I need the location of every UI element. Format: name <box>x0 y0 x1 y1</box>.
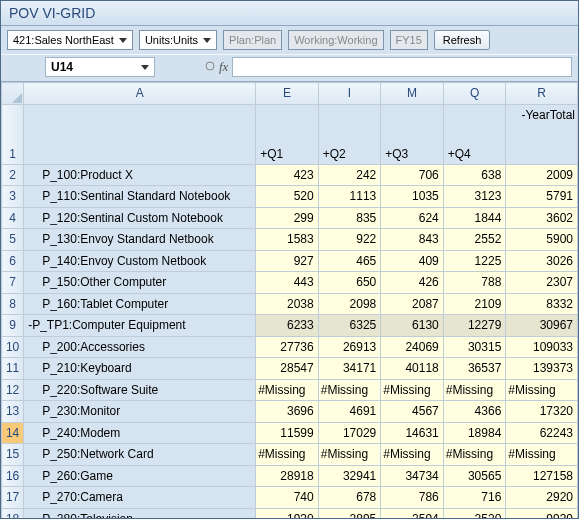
row-header[interactable]: 18 <box>2 508 24 519</box>
data-cell[interactable]: #Missing <box>443 444 506 466</box>
data-cell[interactable]: 11599 <box>256 422 319 444</box>
data-cell[interactable]: 62243 <box>506 422 578 444</box>
row-header[interactable]: 2 <box>2 164 24 186</box>
data-cell[interactable]: 5791 <box>506 186 578 208</box>
row-label-cell[interactable]: P_130:Envoy Standard Netbook <box>24 229 256 251</box>
data-cell[interactable]: 12279 <box>443 315 506 337</box>
row-label-cell[interactable]: P_100:Product X <box>24 164 256 186</box>
row-header[interactable]: 17 <box>2 487 24 509</box>
data-cell[interactable]: 3026 <box>506 250 578 272</box>
data-cell[interactable]: 740 <box>256 487 319 509</box>
data-cell[interactable]: 28547 <box>256 358 319 380</box>
data-cell[interactable]: 17029 <box>318 422 381 444</box>
row-label-cell[interactable]: -P_TP1:Computer Equipment <box>24 315 256 337</box>
expand-icon[interactable] <box>205 60 215 74</box>
data-cell[interactable]: 18984 <box>443 422 506 444</box>
data-cell[interactable]: 3123 <box>443 186 506 208</box>
data-cell[interactable]: #Missing <box>506 379 578 401</box>
col-header-q[interactable]: Q <box>443 83 506 105</box>
data-cell[interactable]: 465 <box>318 250 381 272</box>
row-header[interactable]: 14 <box>2 422 24 444</box>
data-cell[interactable]: #Missing <box>256 379 319 401</box>
data-cell[interactable]: 40118 <box>381 358 444 380</box>
data-cell[interactable]: 5900 <box>506 229 578 251</box>
data-cell[interactable]: 922 <box>318 229 381 251</box>
data-cell[interactable]: 2009 <box>506 164 578 186</box>
data-cell[interactable]: 6233 <box>256 315 319 337</box>
data-cell[interactable]: 14631 <box>381 422 444 444</box>
row-header[interactable]: 16 <box>2 465 24 487</box>
data-cell[interactable]: 17320 <box>506 401 578 423</box>
data-cell[interactable]: 624 <box>381 207 444 229</box>
data-cell[interactable]: 8332 <box>506 293 578 315</box>
col-header-m[interactable]: M <box>381 83 444 105</box>
data-cell[interactable]: 678 <box>318 487 381 509</box>
data-cell[interactable]: 26913 <box>318 336 381 358</box>
data-cell[interactable]: 1930 <box>256 508 319 519</box>
data-cell[interactable]: #Missing <box>381 444 444 466</box>
data-cell[interactable]: 30565 <box>443 465 506 487</box>
row-header[interactable]: 8 <box>2 293 24 315</box>
data-cell[interactable]: 30315 <box>443 336 506 358</box>
data-cell[interactable]: 1583 <box>256 229 319 251</box>
data-cell[interactable]: 426 <box>381 272 444 294</box>
data-cell[interactable]: 788 <box>443 272 506 294</box>
data-cell[interactable]: 9939 <box>506 508 578 519</box>
data-cell[interactable]: #Missing <box>443 379 506 401</box>
cell[interactable]: +Q1 <box>256 104 319 164</box>
data-cell[interactable]: 36537 <box>443 358 506 380</box>
row-label-cell[interactable]: P_230:Monitor <box>24 401 256 423</box>
pov-dim2-dropdown[interactable]: Units:Units <box>139 30 217 50</box>
row-label-cell[interactable]: P_160:Tablet Computer <box>24 293 256 315</box>
data-cell[interactable]: 2109 <box>443 293 506 315</box>
data-cell[interactable]: 1035 <box>381 186 444 208</box>
data-cell[interactable]: 2098 <box>318 293 381 315</box>
data-cell[interactable]: 3696 <box>256 401 319 423</box>
data-cell[interactable]: 2920 <box>506 487 578 509</box>
row-header[interactable]: 1 <box>2 104 24 164</box>
row-label-cell[interactable]: P_220:Software Suite <box>24 379 256 401</box>
data-cell[interactable]: #Missing <box>381 379 444 401</box>
data-cell[interactable]: 520 <box>256 186 319 208</box>
data-cell[interactable]: 1844 <box>443 207 506 229</box>
data-cell[interactable]: 835 <box>318 207 381 229</box>
row-header[interactable]: 11 <box>2 358 24 380</box>
cell[interactable] <box>24 104 256 164</box>
data-cell[interactable]: 6325 <box>318 315 381 337</box>
data-cell[interactable]: 27736 <box>256 336 319 358</box>
data-cell[interactable]: 2594 <box>381 508 444 519</box>
data-cell[interactable]: 409 <box>381 250 444 272</box>
data-cell[interactable]: 927 <box>256 250 319 272</box>
data-cell[interactable]: 34734 <box>381 465 444 487</box>
data-cell[interactable]: 28918 <box>256 465 319 487</box>
data-cell[interactable]: 24069 <box>381 336 444 358</box>
row-header[interactable]: 3 <box>2 186 24 208</box>
data-cell[interactable]: 1113 <box>318 186 381 208</box>
data-cell[interactable]: #Missing <box>318 379 381 401</box>
data-cell[interactable]: 6130 <box>381 315 444 337</box>
row-label-cell[interactable]: P_110:Sentinal Standard Notebook <box>24 186 256 208</box>
row-header[interactable]: 15 <box>2 444 24 466</box>
data-cell[interactable]: 423 <box>256 164 319 186</box>
data-cell[interactable]: 242 <box>318 164 381 186</box>
data-cell[interactable]: 34171 <box>318 358 381 380</box>
cell[interactable]: +Q3 <box>381 104 444 164</box>
row-label-cell[interactable]: P_200:Accessories <box>24 336 256 358</box>
data-cell[interactable]: 650 <box>318 272 381 294</box>
row-label-cell[interactable]: P_150:Other Computer <box>24 272 256 294</box>
data-cell[interactable]: 2038 <box>256 293 319 315</box>
row-header[interactable]: 6 <box>2 250 24 272</box>
data-cell[interactable]: 3602 <box>506 207 578 229</box>
data-cell[interactable]: 4691 <box>318 401 381 423</box>
col-header-a[interactable]: A <box>24 83 256 105</box>
row-header[interactable]: 12 <box>2 379 24 401</box>
data-cell[interactable]: 139373 <box>506 358 578 380</box>
data-cell[interactable]: #Missing <box>256 444 319 466</box>
data-cell[interactable]: 786 <box>381 487 444 509</box>
data-cell[interactable]: 30967 <box>506 315 578 337</box>
row-header[interactable]: 5 <box>2 229 24 251</box>
data-cell[interactable]: 1225 <box>443 250 506 272</box>
row-label-cell[interactable]: P_210:Keyboard <box>24 358 256 380</box>
row-header[interactable]: 7 <box>2 272 24 294</box>
data-cell[interactable]: 706 <box>381 164 444 186</box>
